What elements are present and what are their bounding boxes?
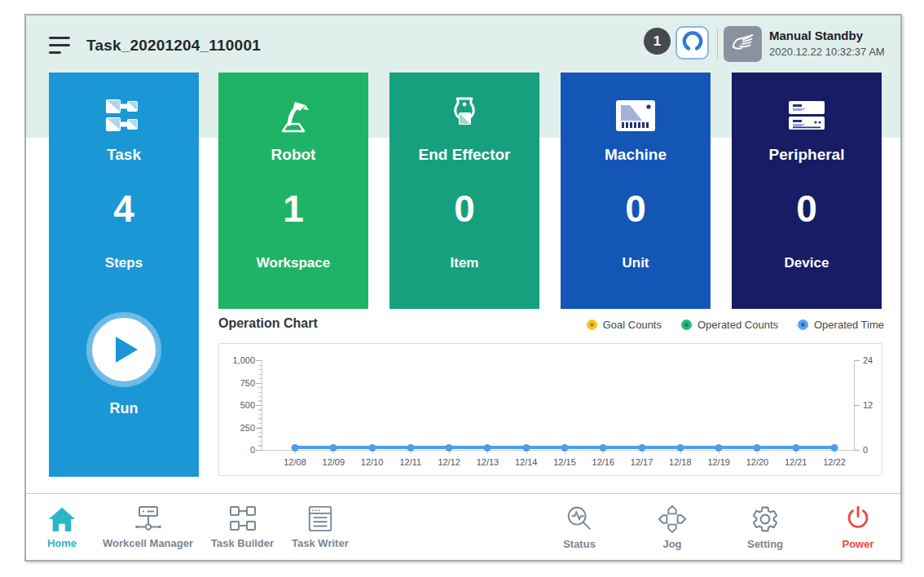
gripper-arc-icon: [681, 30, 704, 56]
power-icon: [843, 504, 873, 534]
nav-item-task-builder[interactable]: Task Builder: [211, 505, 274, 549]
x-axis-label: 12/12: [438, 457, 460, 467]
data-point: [368, 444, 376, 451]
nav-item-setting[interactable]: Setting: [742, 504, 788, 550]
chart-legend: Goal Counts Operated Counts Operated Tim…: [587, 319, 884, 331]
x-axis-label: 12/09: [323, 457, 345, 467]
card-value: 0: [625, 190, 646, 227]
cockpit-button[interactable]: [675, 26, 709, 59]
card-unit: Item: [451, 255, 479, 271]
x-axis-label: 12/17: [631, 457, 653, 467]
task-blocks-icon: [104, 94, 143, 138]
nav-item-power[interactable]: Power: [835, 504, 881, 550]
task-title: Task_20201204_110001: [86, 37, 261, 55]
play-icon: [116, 337, 138, 363]
nav-item-workcell-manager[interactable]: Workcell Manager: [103, 505, 193, 549]
robot-status: Manual Standby 2020.12.22 10:32:37 AM: [769, 29, 885, 58]
y-right-tick: 0: [863, 445, 868, 455]
nav-item-status[interactable]: Status: [557, 504, 602, 550]
x-axis-label: 12/21: [785, 457, 807, 467]
nav-item-jog[interactable]: Jog: [649, 504, 695, 550]
legend-operated-time: Operated Time: [798, 319, 884, 331]
robot-arm-icon: [273, 94, 314, 138]
x-axis-line: [262, 450, 854, 451]
data-point: [446, 444, 453, 451]
data-point: [561, 444, 569, 451]
operation-chart: 1,000 750 500 250 0 24 12 0 12/0812/0912…: [218, 343, 882, 476]
x-axis-label: 12/18: [669, 457, 692, 467]
mode-label: Manual Standby: [769, 29, 885, 42]
card-label: Task: [107, 146, 141, 164]
card-unit: Workspace: [257, 255, 330, 271]
x-axis-label: 12/14: [515, 457, 538, 467]
x-axis-label: 12/11: [399, 457, 421, 467]
run-label: Run: [110, 400, 139, 417]
run-button[interactable]: [86, 312, 161, 387]
x-axis-label: 12/13: [477, 457, 499, 467]
y-left-tick: 250: [222, 423, 255, 433]
task-builder-icon: [227, 505, 259, 533]
data-point: [484, 444, 491, 451]
data-point: [600, 444, 607, 451]
data-point: [792, 444, 799, 451]
data-point: [715, 444, 723, 451]
operated-counts-dot-icon: [681, 319, 692, 330]
data-point: [754, 444, 761, 451]
data-point: [407, 444, 414, 451]
peripheral-icon: [786, 94, 827, 138]
card-label: Robot: [271, 146, 316, 164]
bottom-nav: Home Workcell Manager: [26, 493, 900, 560]
card-label: End Effector: [419, 146, 511, 164]
workcell-manager-icon: [132, 505, 165, 533]
task-writer-icon: [304, 505, 337, 533]
x-axis-label: 12/19: [707, 457, 730, 467]
legend-operated-counts: Operated Counts: [681, 319, 778, 331]
task-card[interactable]: Task 4 Steps Run: [49, 73, 199, 477]
goal-counts-dot-icon: [587, 319, 597, 330]
card-unit: Device: [785, 255, 829, 271]
hand-icon: [730, 31, 756, 57]
notification-badge[interactable]: 1: [644, 28, 671, 55]
manual-mode-button[interactable]: [724, 26, 762, 62]
gripper-icon: [446, 94, 483, 138]
x-axis-label: 12/08: [284, 457, 306, 467]
data-point: [522, 444, 530, 451]
nav-item-task-writer[interactable]: Task Writer: [292, 505, 349, 549]
y-axis-left: [262, 360, 262, 450]
card-label: Machine: [605, 146, 667, 164]
app-frame: Task_20201204_110001 1 Manual Standby: [24, 14, 902, 562]
home-icon: [46, 505, 77, 533]
machine-icon: [615, 94, 656, 138]
chart-plot-area: 1,000 750 500 250 0 24 12 0 12/0812/0912…: [219, 344, 882, 475]
data-point: [638, 444, 645, 451]
x-axis-label: 12/22: [823, 457, 846, 467]
datetime-label: 2020.12.22 10:32:37 AM: [769, 46, 885, 58]
menu-icon[interactable]: [49, 37, 73, 56]
card-value: 1: [283, 190, 304, 227]
machine-card[interactable]: Machine 0 Unit: [561, 73, 711, 309]
status-icon: [565, 504, 594, 534]
operated-time-dot-icon: [798, 319, 808, 330]
robot-card[interactable]: Robot 1 Workspace: [218, 73, 368, 309]
nav-item-home[interactable]: Home: [39, 505, 85, 549]
data-point: [831, 444, 838, 451]
x-axis-label: 12/10: [361, 457, 384, 467]
data-point: [292, 444, 299, 451]
data-point: [330, 444, 337, 451]
y-right-tick: 12: [863, 400, 873, 410]
card-value: 0: [454, 190, 475, 227]
card-unit: Unit: [622, 255, 649, 271]
y-right-tick: 24: [863, 355, 873, 365]
y-left-tick: 1,000: [222, 355, 255, 365]
end-effector-card[interactable]: End Effector 0 Item: [389, 73, 539, 309]
x-axis-label: 12/15: [553, 457, 576, 467]
operation-chart-title: Operation Chart: [218, 316, 318, 331]
y-left-tick: 500: [222, 400, 255, 410]
peripheral-card[interactable]: Peripheral 0 Device: [732, 73, 882, 309]
y-left-tick: 750: [222, 378, 255, 388]
y-left-tick: 0: [222, 445, 255, 455]
data-point: [676, 444, 684, 451]
setting-icon: [750, 504, 780, 534]
card-label: Peripheral: [769, 146, 845, 164]
jog-icon: [658, 504, 687, 534]
